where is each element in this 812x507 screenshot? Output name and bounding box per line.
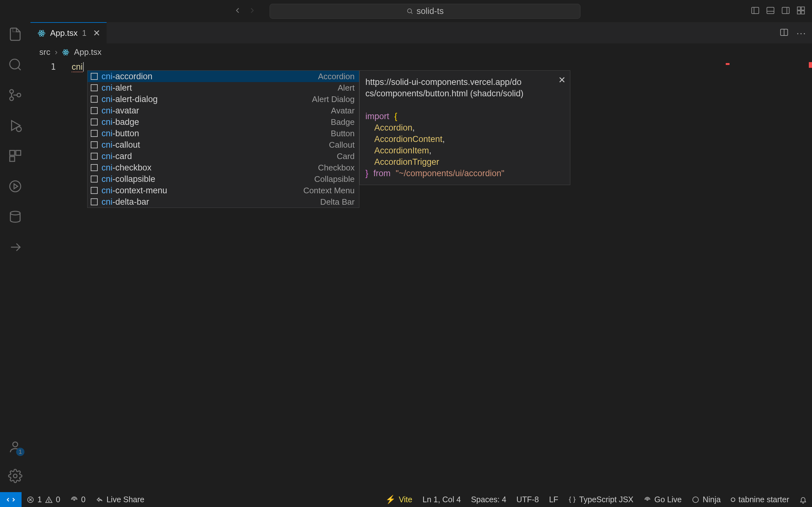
database-icon[interactable] bbox=[8, 210, 22, 224]
svg-point-12 bbox=[41, 32, 42, 34]
run-debug-icon[interactable] bbox=[8, 118, 22, 133]
svg-point-34 bbox=[10, 211, 20, 215]
toggle-primary-sidebar-icon[interactable] bbox=[751, 6, 760, 16]
svg-point-22 bbox=[10, 59, 20, 69]
ports-count: 0 bbox=[81, 495, 86, 504]
notifications-status[interactable] bbox=[794, 492, 812, 507]
snippet-icon bbox=[91, 73, 98, 80]
thunder-client-icon[interactable] bbox=[8, 240, 22, 255]
svg-point-42 bbox=[73, 499, 75, 500]
suggest-detail: Callout bbox=[329, 140, 355, 150]
suggest-widget[interactable]: cni-accordionAccordioncni-alertAlertcni-… bbox=[87, 70, 359, 208]
svg-line-23 bbox=[18, 67, 20, 70]
accounts-badge: 1 bbox=[16, 448, 24, 456]
suggest-item[interactable]: cni-avatarAvatar bbox=[88, 105, 359, 116]
accounts-icon[interactable]: 1 bbox=[8, 440, 22, 454]
suggest-item[interactable]: cni-buttonButton bbox=[88, 128, 359, 139]
source-control-icon[interactable] bbox=[8, 88, 22, 102]
breadcrumb-folder[interactable]: src bbox=[39, 47, 50, 57]
suggest-detail: Checkbox bbox=[318, 163, 355, 173]
suggest-item[interactable]: cni-delta-barDelta Bar bbox=[88, 196, 359, 208]
breadcrumb-file[interactable]: App.tsx bbox=[74, 47, 101, 57]
snippet-icon bbox=[91, 176, 98, 182]
more-actions-icon[interactable]: ··· bbox=[797, 27, 806, 38]
settings-gear-icon[interactable] bbox=[8, 469, 22, 483]
svg-point-28 bbox=[16, 127, 21, 131]
remote-indicator[interactable] bbox=[0, 492, 21, 507]
snippet-icon bbox=[91, 96, 98, 103]
activity-bar: 1 bbox=[0, 22, 31, 492]
extensions-icon[interactable] bbox=[8, 149, 22, 163]
react-file-icon bbox=[38, 29, 46, 38]
line-number: 1 bbox=[31, 61, 66, 72]
live-share-status[interactable]: Live Share bbox=[91, 492, 150, 507]
snippet-icon bbox=[91, 118, 98, 125]
snippet-icon bbox=[91, 107, 98, 114]
suggest-detail: Accordion bbox=[318, 72, 355, 81]
tab-bar: App.tsx 1 ✕ ··· bbox=[0, 22, 812, 43]
doc-ident-1: AccordionContent bbox=[374, 134, 443, 144]
eol-status[interactable]: LF bbox=[544, 492, 563, 507]
suggest-detail: Collapsible bbox=[314, 174, 355, 184]
suggest-item[interactable]: cni-checkboxCheckbox bbox=[88, 162, 359, 173]
tab-problems-badge: 1 bbox=[82, 29, 87, 38]
suggest-label: cni-delta-bar bbox=[101, 197, 320, 207]
test-icon[interactable] bbox=[8, 179, 22, 193]
suggest-item[interactable]: cni-calloutCallout bbox=[88, 139, 359, 151]
tab-app-tsx[interactable]: App.tsx 1 ✕ bbox=[31, 22, 107, 43]
braces-icon bbox=[568, 496, 576, 504]
suggest-detail: Context Menu bbox=[303, 186, 355, 195]
suggest-item[interactable]: cni-alertAlert bbox=[88, 82, 359, 94]
suggest-label: cni-button bbox=[101, 129, 331, 138]
chevron-right-icon: › bbox=[55, 47, 58, 57]
go-live-status[interactable]: Go Live bbox=[639, 492, 687, 507]
status-bar: 1 0 0 Live Share ⚡Vite Ln 1, Col 4 Space… bbox=[0, 492, 812, 507]
cursor-position[interactable]: Ln 1, Col 4 bbox=[417, 492, 466, 507]
svg-point-0 bbox=[408, 9, 412, 13]
customize-layout-icon[interactable] bbox=[796, 6, 806, 16]
live-share-icon bbox=[96, 496, 103, 504]
tab-close-icon[interactable]: ✕ bbox=[93, 28, 100, 38]
svg-point-26 bbox=[17, 93, 21, 97]
breadcrumb[interactable]: src › App.tsx bbox=[0, 43, 812, 61]
explorer-icon[interactable] bbox=[8, 27, 22, 42]
ports-status[interactable]: 0 bbox=[65, 492, 91, 507]
snippet-icon bbox=[91, 141, 98, 148]
layout-controls bbox=[751, 6, 806, 16]
suggest-item[interactable]: cni-collapsibleCollapsible bbox=[88, 173, 359, 185]
problems-status[interactable]: 1 0 bbox=[21, 492, 65, 507]
ninja-status[interactable]: Ninja bbox=[687, 492, 726, 507]
suggest-item[interactable]: cni-context-menuContext Menu bbox=[88, 185, 359, 196]
suggest-detail: Alert bbox=[338, 83, 355, 93]
vite-status[interactable]: ⚡Vite bbox=[380, 492, 417, 507]
toggle-panel-icon[interactable] bbox=[766, 6, 775, 16]
suggest-item[interactable]: cni-cardCard bbox=[88, 151, 359, 162]
command-center[interactable]: solid-ts bbox=[270, 4, 580, 19]
title-bar: solid-ts bbox=[0, 0, 812, 22]
language-mode[interactable]: TypeScript JSX bbox=[563, 492, 639, 507]
encoding-status[interactable]: UTF-8 bbox=[511, 492, 544, 507]
nav-forward-icon[interactable] bbox=[248, 6, 257, 16]
warning-icon bbox=[45, 496, 53, 504]
suggest-item[interactable]: cni-badgeBadge bbox=[88, 116, 359, 128]
svg-point-43 bbox=[647, 499, 648, 500]
toggle-secondary-sidebar-icon[interactable] bbox=[781, 6, 791, 16]
search-sidebar-icon[interactable] bbox=[8, 57, 22, 72]
svg-marker-33 bbox=[14, 184, 18, 188]
suggest-item[interactable]: cni-alert-dialogAlert Dialog bbox=[88, 94, 359, 105]
doc-ident-2: AccordionItem bbox=[374, 146, 429, 155]
search-text: solid-ts bbox=[416, 6, 444, 16]
nav-back-icon[interactable] bbox=[233, 6, 242, 16]
suggest-label: cni-collapsible bbox=[101, 174, 314, 184]
close-docs-icon[interactable]: ✕ bbox=[558, 74, 565, 86]
suggest-item[interactable]: cni-accordionAccordion bbox=[88, 71, 359, 82]
snippet-icon bbox=[91, 153, 98, 160]
indentation-status[interactable]: Spaces: 4 bbox=[466, 492, 511, 507]
svg-rect-2 bbox=[752, 7, 759, 14]
svg-marker-27 bbox=[12, 121, 20, 130]
svg-rect-30 bbox=[16, 151, 20, 155]
split-editor-icon[interactable] bbox=[779, 27, 789, 38]
svg-rect-6 bbox=[782, 7, 790, 14]
error-count: 1 bbox=[38, 495, 42, 504]
tabnine-status[interactable]: tabnine starter bbox=[726, 492, 794, 507]
